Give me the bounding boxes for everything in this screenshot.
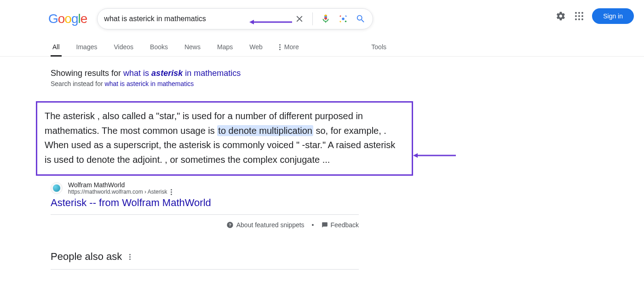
- source-name: Wolfram MathWorld: [68, 181, 172, 189]
- tab-maps[interactable]: Maps: [215, 43, 235, 56]
- result-title-link[interactable]: Asterisk -- from Wolfram MathWorld: [51, 197, 359, 209]
- annotation-arrow: [248, 18, 294, 26]
- result-source[interactable]: Wolfram MathWorld https://mathworld.wolf…: [51, 181, 359, 195]
- source-url: https://mathworld.wolfram.com › Asterisk: [68, 189, 167, 195]
- feedback-link[interactable]: Feedback: [322, 221, 359, 229]
- clear-icon[interactable]: [294, 13, 305, 24]
- people-also-ask-heading: People also ask: [51, 251, 359, 263]
- search-icon[interactable]: [355, 13, 366, 24]
- apps-icon[interactable]: [574, 11, 585, 22]
- showing-results-for: Showing results for what is asterisk in …: [51, 69, 359, 78]
- help-icon: ?: [226, 221, 234, 229]
- settings-icon[interactable]: [555, 11, 566, 22]
- corrected-query-link[interactable]: what is asterisk in mathematics: [123, 69, 241, 78]
- paa-menu-icon[interactable]: [129, 254, 131, 260]
- lens-icon[interactable]: [338, 13, 349, 24]
- svg-marker-3: [249, 20, 254, 24]
- divider: [312, 12, 313, 25]
- feedback-icon: [322, 222, 328, 228]
- more-label: More: [284, 43, 299, 51]
- tab-images[interactable]: Images: [75, 43, 99, 56]
- google-logo[interactable]: Google: [48, 12, 87, 26]
- featured-snippet: The asterisk , also called a "star," is …: [36, 101, 413, 176]
- svg-text:?: ?: [229, 223, 231, 228]
- snippet-highlight: to denote multiplication: [217, 125, 313, 136]
- svg-point-1: [345, 21, 347, 23]
- tab-videos[interactable]: Videos: [112, 43, 135, 56]
- search-box[interactable]: [97, 8, 373, 29]
- tab-books[interactable]: Books: [148, 43, 170, 56]
- svg-point-0: [342, 17, 345, 20]
- divider: [51, 269, 359, 270]
- tab-web[interactable]: Web: [247, 43, 264, 56]
- result-menu-icon[interactable]: [171, 189, 172, 195]
- tab-all[interactable]: All: [51, 43, 62, 56]
- tab-news[interactable]: News: [183, 43, 202, 56]
- tab-more[interactable]: More: [277, 43, 301, 56]
- snippet-text: The asterisk , also called a "star," is …: [45, 109, 404, 167]
- original-query-link[interactable]: what is asterick in mathematics: [105, 80, 194, 87]
- divider-dot: •: [312, 221, 314, 229]
- voice-search-icon[interactable]: [320, 13, 331, 24]
- annotation-arrow: [412, 152, 458, 159]
- favicon-icon: [51, 182, 63, 194]
- search-instead-for: Search instead for what is asterick in m…: [51, 80, 359, 87]
- about-snippets-link[interactable]: ? About featured snippets: [226, 221, 305, 229]
- tools-button[interactable]: Tools: [371, 43, 386, 56]
- sign-in-button[interactable]: Sign in: [592, 8, 634, 24]
- svg-marker-7: [413, 153, 418, 158]
